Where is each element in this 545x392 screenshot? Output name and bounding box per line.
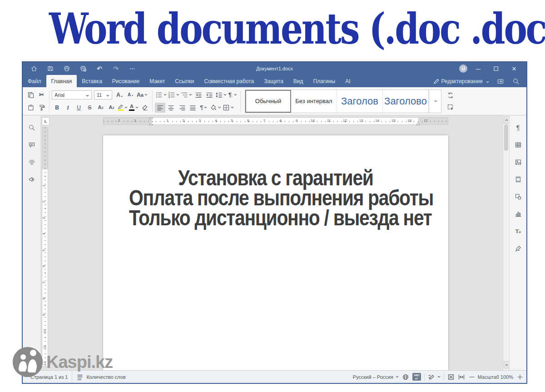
font-color-button[interactable]: A <box>129 103 139 113</box>
tab-макет[interactable]: Макет <box>144 75 170 87</box>
home-button[interactable] <box>27 63 41 74</box>
save-button[interactable] <box>44 63 57 74</box>
language-selector[interactable]: Русский – Россия <box>353 374 399 380</box>
tab-плагины[interactable]: Плагины <box>308 75 341 87</box>
style-item-0[interactable]: Обычный <box>245 90 291 113</box>
align-left-button[interactable] <box>155 103 165 113</box>
style-item-1[interactable]: Без интервал <box>291 90 337 113</box>
paragraph-direction-button[interactable]: ¶↓ <box>228 90 238 100</box>
tab-главная[interactable]: Главная <box>46 75 77 87</box>
horizontal-ruler[interactable]: 211234567891011121314151617 <box>103 117 448 125</box>
fit-width-button[interactable] <box>458 373 465 381</box>
feedback-button[interactable] <box>26 175 37 184</box>
quick-print-button[interactable] <box>76 63 90 74</box>
styles-gallery-expand[interactable] <box>429 90 441 113</box>
table-settings-button[interactable] <box>513 141 524 149</box>
align-center-button[interactable] <box>166 103 176 113</box>
minimize-button[interactable] <box>470 63 486 74</box>
tab-ссылки[interactable]: Ссылки <box>170 75 199 87</box>
increase-font-icon: A▲ <box>116 92 123 98</box>
edit-mode-button[interactable]: Редактирование <box>430 78 492 85</box>
fit-width-icon <box>458 373 465 381</box>
align-right-button[interactable] <box>177 103 187 113</box>
print-button[interactable] <box>60 63 74 74</box>
tab-рисование[interactable]: Рисование <box>107 75 144 87</box>
right-indent-marker[interactable] <box>416 118 421 125</box>
highlight-button[interactable] <box>117 103 128 113</box>
vertical-ruler[interactable]: 123456789101112 <box>42 127 48 367</box>
tab-вид[interactable]: Вид <box>288 75 308 87</box>
image-settings-button[interactable] <box>513 158 524 166</box>
bold-button[interactable]: B <box>52 103 62 113</box>
superscript-button[interactable]: A2 <box>95 103 106 113</box>
cut-button[interactable]: ✂ <box>36 90 47 100</box>
bullets-button[interactable] <box>155 90 167 100</box>
font-name-combo[interactable]: Arial <box>52 90 92 99</box>
style-item-2[interactable]: Заголов <box>337 90 383 113</box>
zoom-level[interactable]: Масштаб 100% <box>478 374 513 380</box>
tab-защита[interactable]: Защита <box>259 75 288 87</box>
scrollbar-thumb[interactable] <box>504 124 508 151</box>
zoom-in-button[interactable] <box>516 373 523 381</box>
textart-settings-button[interactable]: Ta <box>513 227 524 235</box>
scroll-up-button[interactable] <box>504 116 509 124</box>
scroll-down-button[interactable] <box>504 361 509 368</box>
search-button[interactable] <box>509 76 523 87</box>
vertical-scrollbar[interactable] <box>503 115 509 370</box>
strikethrough-icon: S <box>88 105 91 110</box>
more-button[interactable]: ⋯ <box>125 63 139 74</box>
tab-файл[interactable]: Файл <box>23 75 46 87</box>
increase-font-button[interactable]: A▲ <box>114 90 125 100</box>
document-canvas: L 211234567891011121314151617 1234567891… <box>41 115 509 370</box>
clear-format-button[interactable] <box>139 103 150 113</box>
justify-button[interactable] <box>188 103 198 113</box>
underline-button[interactable]: U <box>74 103 84 113</box>
select-button[interactable] <box>445 102 456 112</box>
subscript-button[interactable]: A2 <box>106 103 117 113</box>
indent-button[interactable] <box>204 90 214 100</box>
maximize-button[interactable] <box>488 63 504 74</box>
chart-settings-button[interactable] <box>513 210 524 218</box>
paragraph-settings-button[interactable]: ¶ <box>513 124 524 132</box>
indent-marker[interactable] <box>149 118 154 125</box>
replace-button[interactable] <box>445 90 456 100</box>
borders-button[interactable] <box>222 103 234 113</box>
paste-button[interactable] <box>25 103 36 113</box>
decrease-font-button[interactable]: A▼ <box>125 90 136 100</box>
outdent-button[interactable] <box>193 90 203 100</box>
multilevel-button[interactable] <box>180 90 193 100</box>
document-page[interactable]: Установка с гарантиейОплата после выполн… <box>103 135 448 370</box>
tab-совместная-работа[interactable]: Совместная работа <box>199 75 259 87</box>
change-case-button[interactable]: Aa <box>136 90 148 100</box>
tab-вставка[interactable]: Вставка <box>77 75 107 87</box>
tab-stop-selector[interactable]: L <box>42 117 50 125</box>
style-item-3[interactable]: Заголово <box>383 90 429 113</box>
undo-button[interactable]: ↶ <box>93 63 106 74</box>
redo-button[interactable]: ↷ <box>109 63 123 74</box>
page-settings-button[interactable] <box>513 175 524 184</box>
format-painter-button[interactable] <box>36 103 47 113</box>
copy-button[interactable] <box>25 90 36 100</box>
zoom-out-button[interactable] <box>468 373 475 381</box>
font-size-combo[interactable]: 11 <box>94 90 112 99</box>
avatar[interactable]: U <box>459 65 467 73</box>
shading-button[interactable] <box>209 103 222 113</box>
numbering-button[interactable]: 123 <box>168 90 180 100</box>
open-location-button[interactable] <box>494 76 507 87</box>
search-button[interactable] <box>26 124 37 132</box>
spellcheck-toggle[interactable]: АВС <box>412 373 421 380</box>
track-changes-button[interactable] <box>428 373 441 381</box>
comments-button[interactable] <box>26 141 37 149</box>
fit-page-button[interactable] <box>447 373 455 381</box>
line-spacing-button[interactable] <box>215 90 227 100</box>
close-button[interactable]: ✕ <box>506 63 522 74</box>
italic-button[interactable]: I <box>63 103 73 113</box>
signature-button[interactable] <box>513 244 524 253</box>
nonprinting-button[interactable]: ¶ <box>198 103 209 113</box>
document-language-button[interactable] <box>402 373 409 381</box>
tab-ai[interactable]: AI <box>340 75 355 87</box>
strikethrough-button[interactable]: S <box>84 103 95 113</box>
shape-settings-button[interactable] <box>513 193 524 201</box>
headings-button[interactable] <box>26 158 37 166</box>
outdent-icon <box>195 91 202 99</box>
